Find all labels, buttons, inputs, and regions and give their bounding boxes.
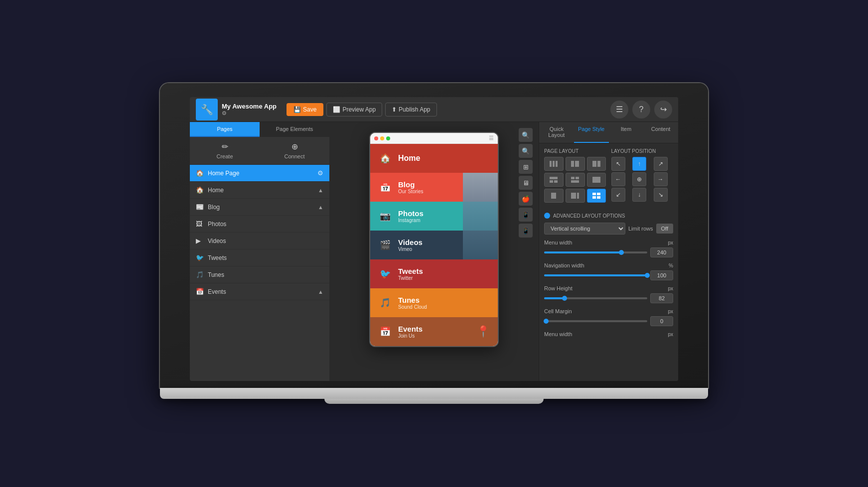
- page-list: 🏠 Home Page ⚙ 🏠 Home ▲ 📰: [190, 165, 329, 381]
- page-item-blog[interactable]: 📰 Blog ▲: [190, 199, 329, 216]
- apple-tool[interactable]: 🍎: [519, 192, 533, 206]
- pos-bot-left[interactable]: ↙: [611, 188, 625, 202]
- nav-width-track[interactable]: [544, 274, 647, 276]
- menu-width-thumb[interactable]: [619, 250, 624, 255]
- panel-content: Page Layout: [539, 143, 678, 381]
- cell-margin-track[interactable]: [544, 320, 647, 322]
- limit-rows-label: Limit rows: [628, 226, 653, 232]
- phone-blog-item[interactable]: 📅 Blog Our Stories: [370, 173, 498, 202]
- fit-tool[interactable]: ⊞: [519, 160, 533, 174]
- tab-item[interactable]: Item: [609, 122, 644, 143]
- layout-btn-9[interactable]: [587, 189, 606, 203]
- phone-tool[interactable]: 📱: [519, 224, 533, 238]
- phone-header: ☰: [370, 133, 498, 144]
- phone-home-item[interactable]: 🏠 Home: [370, 144, 498, 173]
- layout-btn-3[interactable]: [587, 157, 606, 171]
- cell-margin-thumb[interactable]: [544, 319, 549, 324]
- tab-page-elements[interactable]: Page Elements: [260, 122, 329, 137]
- export-icon-button[interactable]: ↪: [654, 101, 672, 119]
- layout-position-title: Layout Position: [611, 148, 674, 154]
- homepage-icon: 🏠: [196, 169, 204, 177]
- create-action[interactable]: ✏ Create: [190, 137, 260, 164]
- page-item-home[interactable]: 🏠 Home ▲: [190, 182, 329, 199]
- nav-width-slider-row: Navigation width %: [544, 262, 673, 280]
- phone-events-item[interactable]: 📅 Events Join Us 📍: [370, 317, 498, 346]
- row-height-input[interactable]: [650, 293, 673, 303]
- pos-center[interactable]: ⊕: [632, 172, 646, 186]
- tab-page-style[interactable]: Page Style: [574, 122, 609, 143]
- layout-btn-1[interactable]: [544, 157, 564, 171]
- page-item-tweets[interactable]: 🐦 Tweets: [190, 249, 329, 266]
- connect-action[interactable]: ⊕ Connect: [260, 137, 329, 164]
- row-height-thumb[interactable]: [562, 296, 567, 301]
- tab-content[interactable]: Content: [643, 122, 678, 143]
- save-button[interactable]: 💾 Save: [287, 103, 323, 116]
- page-layout-col: Page Layout: [544, 148, 606, 208]
- help-icon-button[interactable]: ?: [632, 101, 650, 119]
- zoom-in-tool[interactable]: 🔍: [519, 128, 533, 142]
- homepage-gear[interactable]: ⚙: [317, 169, 323, 177]
- settings-icon[interactable]: ⚙: [222, 110, 277, 117]
- desktop-tool[interactable]: 🖥: [519, 176, 533, 190]
- layout-btn-6[interactable]: [587, 173, 606, 187]
- pos-bot-right[interactable]: ↘: [654, 188, 668, 202]
- publish-icon: ⬆: [392, 106, 397, 113]
- pos-mid-left[interactable]: ←: [611, 172, 625, 186]
- home-chevron: ▲: [318, 187, 323, 193]
- svg-rect-18: [597, 193, 600, 195]
- tab-pages[interactable]: Pages: [190, 122, 260, 137]
- layout-btn-7[interactable]: [544, 189, 564, 203]
- publish-button[interactable]: ⬆ Publish App: [385, 103, 436, 117]
- layout-btn-5[interactable]: [566, 173, 585, 187]
- menu-width-track[interactable]: [544, 251, 647, 253]
- laptop-foot: [324, 399, 544, 404]
- location-icon: 📍: [476, 325, 490, 338]
- svg-rect-0: [550, 161, 552, 167]
- preview-button[interactable]: ⬜ Preview App: [326, 103, 382, 117]
- page-item-videos[interactable]: ▶ Videos: [190, 233, 329, 249]
- phone-tweets-item[interactable]: 🐦 Tweets Twitter: [370, 259, 498, 288]
- svg-rect-1: [553, 161, 555, 167]
- pos-top-left[interactable]: ↖: [611, 157, 625, 171]
- layout-btn-4[interactable]: [544, 173, 564, 187]
- svg-rect-10: [571, 177, 575, 179]
- scrolling-row: Vertical scrolling Horizontal scrolling …: [544, 223, 673, 235]
- advanced-dot: [544, 213, 550, 219]
- page-item-events[interactable]: 📅 Events ▲: [190, 283, 329, 300]
- phone-photos-item[interactable]: 📷 Photos Instagram: [370, 202, 498, 231]
- phone-mockup: ☰ 🏠 Home 📅: [369, 132, 499, 347]
- svg-rect-14: [551, 193, 556, 199]
- pos-top-right[interactable]: ↗: [654, 157, 668, 171]
- connect-icon: ⊕: [291, 142, 298, 151]
- nav-width-thumb[interactable]: [645, 273, 650, 278]
- position-grid: ↖ ↑ ↗ ← ⊕ → ↙ ↓ ↘: [611, 157, 674, 202]
- page-item-tunes[interactable]: 🎵 Tunes: [190, 266, 329, 283]
- phone-tunes-icon: 🎵: [377, 295, 393, 311]
- events-chevron: ▲: [318, 289, 323, 295]
- svg-rect-9: [554, 180, 558, 183]
- pos-bot-center[interactable]: ↓: [632, 188, 646, 202]
- cell-margin-slider-row: Cell Margin px: [544, 308, 673, 326]
- layout-btn-8[interactable]: [566, 189, 585, 203]
- pos-mid-right[interactable]: →: [654, 172, 668, 186]
- scrolling-select[interactable]: Vertical scrolling Horizontal scrolling: [544, 223, 625, 235]
- svg-rect-13: [592, 177, 600, 183]
- row-height-track[interactable]: [544, 297, 647, 299]
- android-tool[interactable]: 📱: [519, 208, 533, 222]
- nav-width-input[interactable]: [650, 270, 673, 280]
- events-icon: 📅: [196, 288, 204, 295]
- limit-rows-toggle[interactable]: Off: [656, 224, 673, 234]
- page-item-homepage[interactable]: 🏠 Home Page ⚙: [190, 165, 329, 182]
- zoom-out-tool[interactable]: 🔍: [519, 144, 533, 158]
- phone-home-icon: 🏠: [377, 150, 393, 166]
- page-item-photos[interactable]: 🖼 Photos: [190, 216, 329, 233]
- layout-btn-2[interactable]: [566, 157, 585, 171]
- cell-margin-input[interactable]: [650, 316, 673, 326]
- menu-icon-button[interactable]: ☰: [610, 101, 628, 119]
- phone-videos-item[interactable]: 🎬 Videos Vimeo: [370, 231, 498, 259]
- panel-tabs: Quick Layout Page Style Item Content: [539, 122, 678, 143]
- menu-width-input[interactable]: [650, 247, 673, 257]
- tab-quick-layout[interactable]: Quick Layout: [539, 122, 574, 143]
- pos-top-center[interactable]: ↑: [632, 157, 646, 171]
- phone-tunes-item[interactable]: 🎵 Tunes Sound Cloud: [370, 288, 498, 317]
